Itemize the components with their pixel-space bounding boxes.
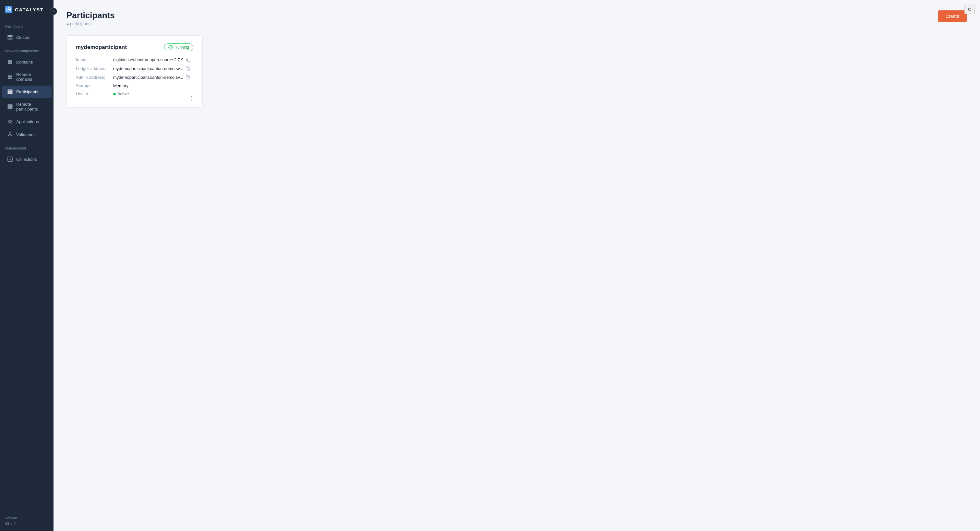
remote-domains-icon [7, 74, 13, 80]
topbar-right: C [964, 4, 975, 14]
cluster-icon [7, 34, 13, 40]
svg-rect-5 [10, 38, 12, 39]
validators-label: Validators [16, 132, 35, 137]
image-field: Image: digitalasset/canton-open-source:2… [76, 57, 193, 62]
svg-rect-10 [8, 75, 12, 76]
svg-point-21 [9, 121, 11, 122]
sidebar-item-cluster[interactable]: Cluster [2, 31, 52, 43]
svg-line-28 [11, 120, 12, 121]
page-title: Participants [67, 10, 115, 21]
page-header: Participants 4 participants Create [67, 10, 967, 26]
image-value: digitalasset/canton-open-source:2.7.9 [113, 57, 183, 62]
management-label: Management [0, 141, 54, 153]
svg-point-9 [9, 62, 10, 63]
svg-rect-36 [187, 68, 190, 70]
remote-participants-icon [7, 104, 13, 110]
copy-icon [186, 75, 190, 79]
collections-label: Collections [16, 157, 37, 162]
sidebar-item-domains[interactable]: Domains [2, 56, 52, 68]
svg-rect-3 [10, 35, 12, 37]
dashboard-section-label: Dashboard [0, 19, 54, 31]
svg-line-26 [8, 120, 9, 121]
page-title-group: Participants 4 participants [67, 10, 115, 26]
participants-label: Participants [16, 89, 38, 94]
create-button[interactable]: Create [938, 10, 967, 22]
network-components-label: Network components [0, 44, 54, 56]
status-label: Running [175, 45, 189, 49]
svg-line-29 [8, 122, 9, 123]
running-check-icon [168, 45, 173, 49]
admin-address-value: mydemoparticipant.canton-demo.sv... [113, 75, 183, 80]
main-content: C Participants 4 participants Create myd… [54, 0, 980, 531]
logo-icon [5, 6, 12, 13]
sidebar-item-participants[interactable]: Participants [2, 86, 52, 98]
sidebar-item-remote-domains[interactable]: Remote domains [2, 69, 52, 85]
health-dot [113, 93, 116, 95]
sidebar-logo: CATALYST ‹ [0, 0, 54, 19]
copy-icon [186, 58, 190, 62]
ledger-address-copy-button[interactable] [185, 66, 191, 71]
sidebar-item-remote-participants[interactable]: Remote participants [2, 99, 52, 115]
sidebar-item-validators[interactable]: Validators [2, 128, 52, 141]
svg-rect-20 [8, 108, 12, 109]
storage-label: Storage: [76, 83, 113, 88]
svg-point-30 [9, 133, 11, 135]
copy-icon [186, 67, 190, 71]
logo-text: CATALYST [15, 7, 43, 12]
image-label: Image: [76, 57, 113, 62]
sidebar-item-collections[interactable]: Collections [2, 153, 52, 165]
svg-rect-37 [187, 76, 190, 79]
user-avatar[interactable]: C [964, 4, 975, 14]
remote-participants-label: Remote participants [16, 102, 46, 111]
ledger-address-field: Ledger address: mydemoparticipant.canton… [76, 66, 193, 71]
page-subtitle: 4 participants [67, 21, 115, 26]
svg-rect-4 [8, 38, 10, 39]
svg-rect-11 [8, 77, 12, 78]
svg-rect-18 [8, 105, 12, 106]
participant-card: mydemoparticipant Running Image: digital… [67, 35, 203, 108]
health-field: Health: Active [76, 91, 193, 96]
storage-field: Storage: Memory [76, 83, 193, 88]
health-label: Health: [76, 91, 113, 96]
svg-line-27 [11, 122, 12, 123]
ledger-address-label: Ledger address: [76, 66, 113, 71]
svg-point-34 [169, 45, 172, 49]
applications-label: Applications [16, 119, 39, 124]
storage-value: Memory [113, 83, 129, 88]
svg-point-12 [9, 76, 10, 76]
sidebar-footer: Version v1.6.4 [0, 510, 54, 531]
version-value: v1.6.4 [5, 521, 48, 526]
sidebar-collapse-button[interactable]: ‹ [50, 8, 57, 15]
svg-rect-35 [188, 59, 190, 62]
remote-domains-label: Remote domains [16, 72, 46, 82]
image-copy-button[interactable] [186, 57, 191, 62]
svg-rect-15 [8, 90, 12, 91]
participants-icon [7, 89, 13, 95]
domains-icon [7, 59, 13, 65]
card-more-options-button[interactable]: ⋮ [186, 94, 197, 103]
svg-rect-17 [8, 93, 12, 94]
svg-marker-1 [8, 8, 10, 10]
admin-address-copy-button[interactable] [185, 75, 191, 80]
applications-icon [7, 119, 13, 124]
cluster-label: Cluster [16, 35, 30, 40]
admin-address-field: Admin address: mydemoparticipant.canton-… [76, 75, 193, 80]
collections-icon [7, 156, 13, 162]
svg-rect-19 [8, 107, 12, 107]
svg-rect-16 [8, 91, 12, 92]
ledger-address-value: mydemoparticipant.canton-demo.sv... [113, 66, 183, 71]
card-header: mydemoparticipant Running [76, 43, 193, 51]
svg-point-8 [9, 60, 10, 61]
version-label: Version [5, 516, 48, 520]
status-badge: Running [164, 43, 193, 51]
svg-rect-6 [8, 60, 12, 62]
participant-name: mydemoparticipant [76, 44, 127, 51]
domains-label: Domains [16, 60, 33, 65]
svg-point-13 [9, 78, 10, 78]
sidebar-item-applications[interactable]: Applications [2, 115, 52, 128]
validators-icon [7, 132, 13, 137]
svg-rect-7 [8, 62, 12, 64]
svg-rect-2 [8, 35, 10, 37]
health-value: Active [118, 91, 129, 96]
sidebar: CATALYST ‹ Dashboard Cluster Network com… [0, 0, 54, 531]
